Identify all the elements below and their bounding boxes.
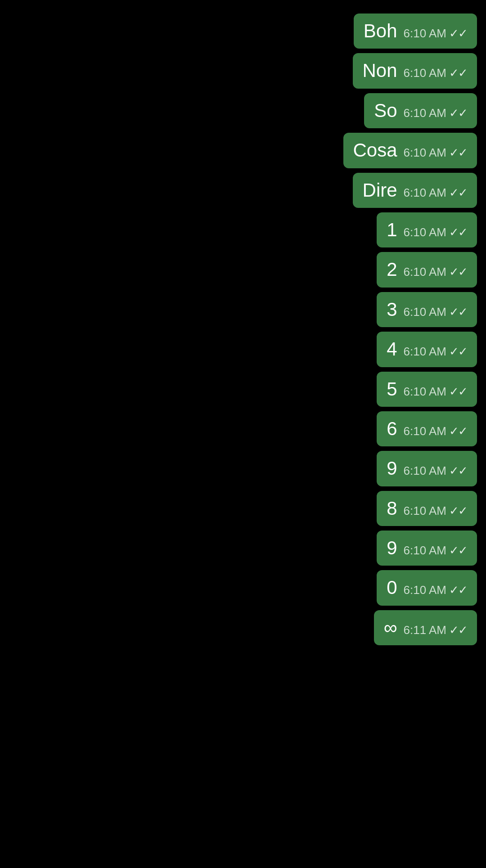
message-text: So (374, 99, 397, 122)
message-row: Cosa6:10 AM✓✓ (9, 133, 477, 168)
message-read-receipts: ✓✓ (449, 583, 467, 597)
message-time: 6:10 AM (404, 583, 446, 597)
message-row: 96:10 AM✓✓ (9, 531, 477, 566)
message-meta: 6:10 AM✓✓ (404, 106, 467, 120)
message-meta: 6:11 AM✓✓ (404, 623, 467, 637)
msg-8[interactable]: 86:10 AM✓✓ (377, 491, 477, 526)
message-text: 5 (387, 378, 397, 400)
message-text: Dire (363, 179, 397, 202)
message-read-receipts: ✓✓ (449, 544, 467, 558)
message-meta: 6:10 AM✓✓ (404, 265, 467, 279)
message-time: 6:10 AM (404, 504, 446, 518)
message-text: 3 (387, 298, 397, 321)
message-read-receipts: ✓✓ (449, 225, 467, 239)
message-row: ∞6:11 AM✓✓ (9, 610, 477, 645)
msg-6[interactable]: 66:10 AM✓✓ (377, 411, 477, 446)
message-row: 46:10 AM✓✓ (9, 332, 477, 367)
message-row: 96:10 AM✓✓ (9, 451, 477, 486)
message-time: 6:10 AM (404, 265, 446, 279)
msg-3[interactable]: 36:10 AM✓✓ (377, 292, 477, 327)
message-meta: 6:10 AM✓✓ (404, 225, 467, 239)
message-meta: 6:10 AM✓✓ (404, 186, 467, 200)
msg-cosa[interactable]: Cosa6:10 AM✓✓ (343, 133, 477, 168)
msg-4[interactable]: 46:10 AM✓✓ (377, 332, 477, 367)
message-time: 6:10 AM (404, 146, 446, 160)
message-text: 4 (387, 338, 397, 360)
message-row: Boh6:10 AM✓✓ (9, 13, 477, 49)
msg-9b[interactable]: 96:10 AM✓✓ (377, 531, 477, 566)
msg-9a[interactable]: 96:10 AM✓✓ (377, 451, 477, 486)
message-meta: 6:10 AM✓✓ (404, 146, 467, 160)
message-meta: 6:10 AM✓✓ (404, 424, 467, 438)
message-read-receipts: ✓✓ (449, 66, 467, 80)
message-text: 9 (387, 537, 397, 559)
message-meta: 6:10 AM✓✓ (404, 66, 467, 80)
msg-2[interactable]: 26:10 AM✓✓ (377, 252, 477, 287)
message-read-receipts: ✓✓ (449, 305, 467, 319)
message-meta: 6:10 AM✓✓ (404, 385, 467, 399)
message-meta: 6:10 AM✓✓ (404, 305, 467, 319)
message-time: 6:10 AM (404, 66, 446, 80)
message-read-receipts: ✓✓ (449, 504, 467, 518)
msg-so[interactable]: So6:10 AM✓✓ (364, 93, 477, 128)
message-time: 6:11 AM (404, 623, 446, 637)
chat-container: Boh6:10 AM✓✓Non6:10 AM✓✓So6:10 AM✓✓Cosa6… (0, 0, 486, 654)
message-meta: 6:10 AM✓✓ (404, 464, 467, 478)
message-meta: 6:10 AM✓✓ (404, 544, 467, 558)
message-read-receipts: ✓✓ (449, 186, 467, 200)
message-text: 1 (387, 219, 397, 241)
message-meta: 6:10 AM✓✓ (404, 504, 467, 518)
message-row: So6:10 AM✓✓ (9, 93, 477, 128)
message-row: 06:10 AM✓✓ (9, 570, 477, 605)
message-read-receipts: ✓✓ (449, 345, 467, 359)
message-text: 8 (387, 497, 397, 520)
message-meta: 6:10 AM✓✓ (404, 27, 467, 40)
message-read-receipts: ✓✓ (449, 265, 467, 279)
message-time: 6:10 AM (404, 464, 446, 478)
message-read-receipts: ✓✓ (449, 27, 467, 40)
message-text: ∞ (384, 616, 397, 639)
msg-boh[interactable]: Boh6:10 AM✓✓ (354, 13, 477, 49)
message-time: 6:10 AM (404, 225, 446, 239)
message-text: 2 (387, 258, 397, 281)
message-row: 56:10 AM✓✓ (9, 372, 477, 407)
message-meta: 6:10 AM✓✓ (404, 583, 467, 597)
message-read-receipts: ✓✓ (449, 106, 467, 120)
message-text: Cosa (353, 139, 397, 162)
message-text: 0 (387, 576, 397, 599)
msg-inf[interactable]: ∞6:11 AM✓✓ (374, 610, 477, 645)
message-row: Dire6:10 AM✓✓ (9, 173, 477, 208)
message-time: 6:10 AM (404, 186, 446, 200)
msg-dire[interactable]: Dire6:10 AM✓✓ (353, 173, 477, 208)
message-time: 6:10 AM (404, 424, 446, 438)
msg-5[interactable]: 56:10 AM✓✓ (377, 372, 477, 407)
message-read-receipts: ✓✓ (449, 464, 467, 478)
message-text: 9 (387, 457, 397, 480)
msg-1[interactable]: 16:10 AM✓✓ (377, 212, 477, 247)
message-text: Boh (364, 20, 397, 42)
message-time: 6:10 AM (404, 106, 446, 120)
message-time: 6:10 AM (404, 345, 446, 359)
message-row: 66:10 AM✓✓ (9, 411, 477, 446)
message-text: 6 (387, 418, 397, 440)
message-time: 6:10 AM (404, 27, 446, 40)
message-row: 16:10 AM✓✓ (9, 212, 477, 247)
message-read-receipts: ✓✓ (449, 385, 467, 399)
message-time: 6:10 AM (404, 305, 446, 319)
message-read-receipts: ✓✓ (449, 424, 467, 438)
message-read-receipts: ✓✓ (449, 146, 467, 160)
message-row: 86:10 AM✓✓ (9, 491, 477, 526)
message-row: Non6:10 AM✓✓ (9, 53, 477, 88)
message-time: 6:10 AM (404, 544, 446, 558)
message-read-receipts: ✓✓ (449, 623, 467, 637)
message-time: 6:10 AM (404, 385, 446, 399)
message-meta: 6:10 AM✓✓ (404, 345, 467, 359)
msg-0[interactable]: 06:10 AM✓✓ (377, 570, 477, 605)
msg-non[interactable]: Non6:10 AM✓✓ (353, 53, 477, 88)
message-row: 36:10 AM✓✓ (9, 292, 477, 327)
message-row: 26:10 AM✓✓ (9, 252, 477, 287)
message-text: Non (363, 59, 397, 82)
